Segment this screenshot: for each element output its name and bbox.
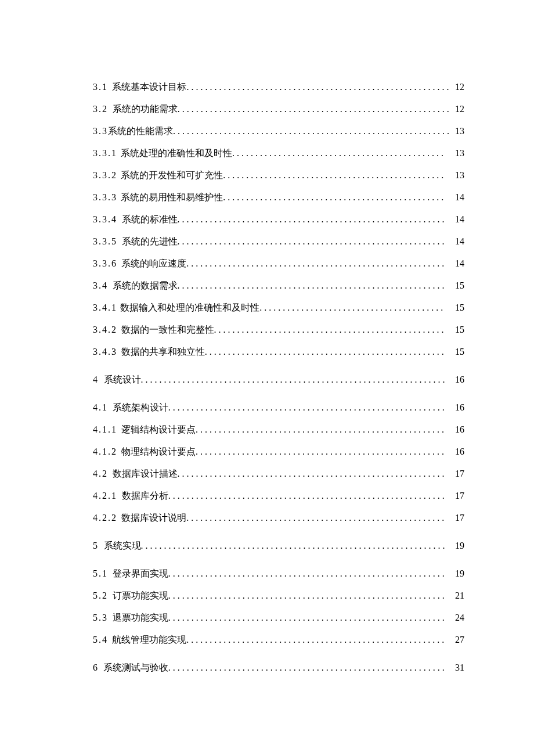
toc-entry-page: 16 xyxy=(445,425,464,434)
toc-entry-title: 数据输入和处理的准确性和及时性 xyxy=(120,303,259,312)
toc-entry-title: 数据库设计说明 xyxy=(121,513,186,523)
toc-leader-dots xyxy=(232,149,445,158)
toc-entry-page: 12 xyxy=(452,105,464,114)
toc-entry-page: 13 xyxy=(445,171,464,180)
toc-entry-title: 系统处理的准确性和及时性 xyxy=(121,149,232,158)
toc-entry-title: 数据库分析 xyxy=(122,491,168,501)
toc-entry-page: 15 xyxy=(445,347,464,357)
toc-leader-dots xyxy=(186,513,445,523)
toc-entry-number: 4.1.1 xyxy=(93,425,117,434)
toc-entry: 4.1系统架构设计16 xyxy=(93,403,464,412)
toc-entry-page: 17 xyxy=(445,513,464,523)
toc-entry: 3.4.2数据的一致性和完整性15 xyxy=(93,325,464,334)
toc-leader-dots xyxy=(168,569,445,578)
toc-entry-page: 13 xyxy=(445,149,464,158)
toc-entry-number: 3.3.2 xyxy=(93,171,117,180)
toc-leader-dots xyxy=(178,215,445,224)
toc-entry-number: 3.3.6 xyxy=(93,259,117,268)
toc-entry: 5.3退票功能实现24 xyxy=(93,613,464,622)
toc-leader-dots xyxy=(178,469,445,478)
toc-entry-number: 3.4 xyxy=(93,281,108,290)
toc-entry-number: 6 xyxy=(93,663,99,672)
toc-entry-page: 16 xyxy=(445,403,464,412)
toc-entry: 3.3.3系统的易用性和易维护性14 xyxy=(93,193,464,202)
toc-entry-number: 3.4.3 xyxy=(93,347,117,357)
toc-entry: 4系统设计16 xyxy=(93,375,464,384)
toc-entry-page: 17 xyxy=(445,491,464,501)
toc-entry-number: 3.3.4 xyxy=(93,215,117,224)
toc-leader-dots xyxy=(214,325,445,334)
toc-entry-number: 3.3.1 xyxy=(93,149,117,158)
toc-entry-title: 数据的一致性和完整性 xyxy=(121,325,214,334)
toc-list: 3.1系统基本设计目标 123.2系统的功能需求123.3系统的性能需求133.… xyxy=(93,82,464,672)
toc-entry-page: 15 xyxy=(445,281,464,290)
toc-entry-title: 系统测试与验收 xyxy=(103,663,168,672)
toc-entry-title: 系统的性能需求 xyxy=(108,127,173,136)
toc-entry: 4.1.1逻辑结构设计要点 16 xyxy=(93,425,464,434)
toc-entry-number: 3.3.5 xyxy=(93,237,117,246)
toc-entry-title: 登录界面实现 xyxy=(113,569,168,578)
toc-entry-title: 系统基本设计目标 xyxy=(112,82,186,92)
toc-entry: 3.3.5系统的先进性14 xyxy=(93,237,464,246)
toc-entry: 3.3系统的性能需求13 xyxy=(93,127,464,136)
toc-entry-title: 系统设计 xyxy=(104,375,141,384)
toc-entry-number: 3.1 xyxy=(93,82,108,92)
toc-entry-page: 19 xyxy=(445,541,464,550)
toc-entry-number: 3.4.1 xyxy=(93,303,117,312)
toc-entry-title: 逻辑结构设计要点 xyxy=(121,425,196,434)
toc-entry-number: 5 xyxy=(93,541,99,550)
toc-leader-dots xyxy=(178,105,452,114)
toc-leader-dots xyxy=(168,663,445,672)
toc-leader-dots xyxy=(196,425,445,434)
toc-entry-title: 航线管理功能实现 xyxy=(112,635,186,645)
toc-entry-title: 系统的开发性和可扩充性 xyxy=(121,171,223,180)
toc-entry: 3.3.4系统的标准性14 xyxy=(93,215,464,224)
toc-entry-number: 5.2 xyxy=(93,591,108,600)
toc-entry-title: 系统的先进性 xyxy=(122,237,178,246)
toc-entry-page: 16 xyxy=(445,447,464,456)
toc-entry: 3.3.1系统处理的准确性和及时性13 xyxy=(93,149,464,158)
toc-entry: 4.2.1数据库分析 17 xyxy=(93,491,464,501)
toc-entry-page: 19 xyxy=(445,569,464,578)
toc-entry-page: 12 xyxy=(452,82,464,92)
toc-entry: 3.2系统的功能需求12 xyxy=(93,105,464,114)
toc-entry-title: 数据库设计描述 xyxy=(113,469,178,478)
toc-entry: 3.3.6系统的响应速度14 xyxy=(93,259,464,268)
toc-entry-page: 24 xyxy=(445,613,464,622)
toc-entry-title: 系统的数据需求 xyxy=(113,281,178,290)
toc-entry-title: 系统的易用性和易维护性 xyxy=(121,193,223,202)
toc-leader-dots xyxy=(186,635,445,645)
toc-entry-title: 数据的共享和独立性 xyxy=(121,347,205,357)
toc-entry: 5.4航线管理功能实现27 xyxy=(93,635,464,645)
toc-entry: 4.2.2数据库设计说明 17 xyxy=(93,513,464,523)
toc-entry-number: 5.4 xyxy=(93,635,108,645)
toc-leader-dots xyxy=(168,613,445,622)
toc-entry: 6系统测试与验收 31 xyxy=(93,663,464,672)
toc-entry-number: 3.2 xyxy=(93,105,108,114)
toc-entry: 4.2数据库设计描述17 xyxy=(93,469,464,478)
toc-entry-page: 27 xyxy=(445,635,464,645)
toc-entry-number: 4.2 xyxy=(93,469,108,478)
toc-entry-number: 3.3 xyxy=(93,127,108,136)
toc-leader-dots xyxy=(141,375,445,384)
toc-entry: 3.4.3数据的共享和独立性15 xyxy=(93,347,464,357)
toc-entry-page: 15 xyxy=(445,325,464,334)
toc-entry-title: 系统的响应速度 xyxy=(121,259,186,268)
toc-entry-page: 14 xyxy=(445,259,464,268)
toc-entry-number: 3.3.3 xyxy=(93,193,117,202)
toc-entry: 4.1.2物理结构设计要点 16 xyxy=(93,447,464,456)
toc-entry-title: 系统的功能需求 xyxy=(113,105,178,114)
toc-entry: 3.4.1数据输入和处理的准确性和及时性15 xyxy=(93,303,464,312)
toc-leader-dots xyxy=(196,447,445,456)
toc-leader-dots xyxy=(173,127,452,136)
toc-entry-title: 物理结构设计要点 xyxy=(121,447,196,456)
toc-entry: 5系统实现19 xyxy=(93,541,464,550)
toc-entry-page: 31 xyxy=(445,663,464,672)
toc-entry-page: 14 xyxy=(445,237,464,246)
toc-entry: 5.1登录界面实现19 xyxy=(93,569,464,578)
toc-leader-dots xyxy=(168,491,445,501)
toc-entry-page: 13 xyxy=(452,127,464,136)
toc-leader-dots xyxy=(141,541,445,550)
toc-entry-page: 16 xyxy=(445,375,464,384)
toc-leader-dots xyxy=(186,259,445,268)
